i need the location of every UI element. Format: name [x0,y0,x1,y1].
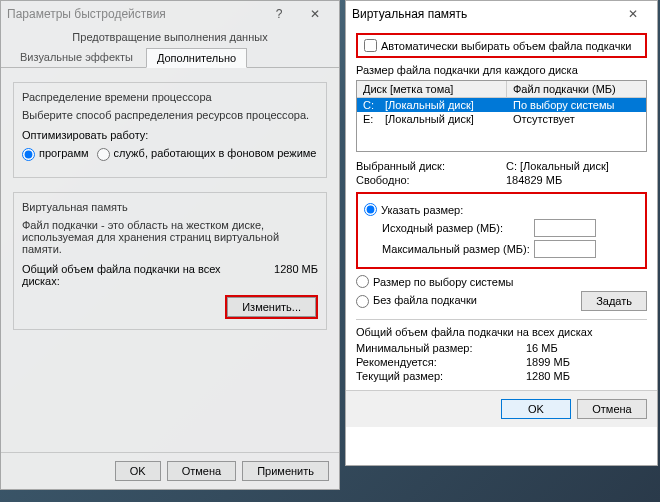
stats-heading: Общий объем файла подкачки на всех диска… [356,319,647,338]
min-size-value: 16 МБ [526,342,558,354]
vm-desc: Файл подкачки - это область на жестком д… [22,219,318,255]
radio-services[interactable]: служб, работающих в фоновом режиме [97,147,317,161]
left-bottom-buttons: OK Отмена Применить [1,452,339,489]
current-value: 1280 МБ [526,370,570,382]
left-content: Распределение времени процессора Выберит… [1,68,339,452]
vm-total-label: Общий объем файла подкачки на всех диска… [22,263,222,287]
right-bottom-buttons: OK Отмена [346,390,657,427]
tab-visual-effects[interactable]: Визуальные эффекты [9,47,144,67]
auto-manage-checkbox[interactable]: Автоматически выбирать объем файла подка… [360,37,643,54]
close-icon[interactable]: ? [261,3,297,25]
vm-total-value: 1280 МБ [274,263,318,287]
performance-options-window: Параметры быстродействия ? ✕ Предотвраще… [0,0,340,490]
titlebar-left: Параметры быстродействия ? ✕ [1,1,339,27]
free-space-value: 184829 МБ [506,174,647,186]
custom-size-highlight: Указать размер: Исходный размер (МБ): Ма… [356,192,647,269]
apply-button[interactable]: Применить [242,461,329,481]
vm-groupbox: Виртуальная память Файл подкачки - это о… [13,192,327,330]
optimize-label: Оптимизировать работу: [22,129,318,141]
initial-size-input[interactable] [534,219,596,237]
disk-row-selected[interactable]: C: [Локальный диск] По выбору системы [357,98,646,112]
cpu-groupbox: Распределение времени процессора Выберит… [13,82,327,178]
cpu-desc: Выберите способ распределения ресурсов п… [22,109,318,121]
radio-no-pagefile[interactable]: Без файла подкачки [356,294,581,308]
disk-row[interactable]: E: [Локальный диск] Отсутствует [357,112,646,126]
radio-custom-size[interactable]: Указать размер: [364,203,639,216]
right-content: Автоматически выбирать объем файла подка… [346,27,657,390]
current-label: Текущий размер: [356,370,526,382]
auto-checkbox-highlight: Автоматически выбирать объем файла подка… [356,33,647,58]
disk-list-heading: Размер файла подкачки для каждого диска [356,64,647,76]
titlebar-right: Виртуальная память ✕ [346,1,657,27]
disk-list-header: Диск [метка тома] Файл подкачки (МБ) [357,81,646,98]
tabstrip: Визуальные эффекты Дополнительно [1,47,339,68]
free-space-label: Свободно: [356,174,506,186]
ok-button[interactable]: OK [501,399,571,419]
disk-list[interactable]: Диск [метка тома] Файл подкачки (МБ) C: … [356,80,647,152]
cancel-button[interactable]: Отмена [577,399,647,419]
close-icon[interactable]: ✕ [297,3,333,25]
close-icon[interactable]: ✕ [615,3,651,25]
initial-size-label: Исходный размер (МБ): [364,222,534,234]
change-button[interactable]: Изменить... [227,297,316,317]
cpu-heading: Распределение времени процессора [22,91,318,103]
min-size-label: Минимальный размер: [356,342,526,354]
recommended-value: 1899 МБ [526,356,570,368]
virtual-memory-window: Виртуальная память ✕ Автоматически выбир… [345,0,658,466]
dep-tab-label[interactable]: Предотвращение выполнения данных [1,27,339,47]
col-drive-label: Диск [метка тома] [357,81,507,97]
col-pagefile-label: Файл подкачки (МБ) [507,81,646,97]
selected-disk-value: C: [Локальный диск] [506,160,647,172]
window-title: Параметры быстродействия [7,7,166,21]
vm-heading: Виртуальная память [22,201,318,213]
selected-disk-label: Выбранный диск: [356,160,506,172]
set-button[interactable]: Задать [581,291,647,311]
tab-advanced[interactable]: Дополнительно [146,48,247,68]
radio-programs[interactable]: программ [22,147,89,161]
window-title: Виртуальная память [352,7,467,21]
cancel-button[interactable]: Отмена [167,461,236,481]
ok-button[interactable]: OK [115,461,161,481]
max-size-input[interactable] [534,240,596,258]
max-size-label: Максимальный размер (МБ): [364,243,534,255]
radio-system-managed[interactable]: Размер по выбору системы [356,275,647,288]
change-button-highlight: Изменить... [225,295,318,319]
recommended-label: Рекомендуется: [356,356,526,368]
